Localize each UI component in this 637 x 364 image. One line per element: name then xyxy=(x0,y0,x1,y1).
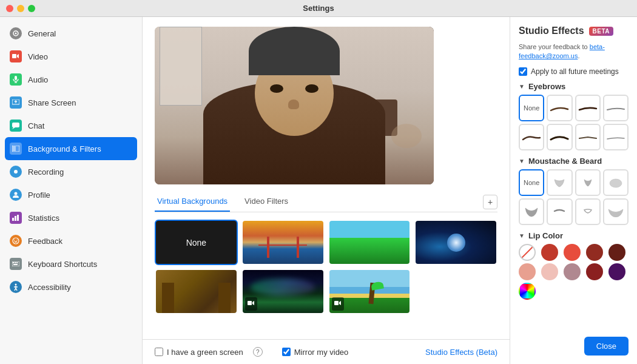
svg-marker-10 xyxy=(12,127,15,129)
svg-rect-16 xyxy=(15,216,16,221)
eyebrow-option-7[interactable] xyxy=(603,124,629,150)
studio-effects-link[interactable]: Studio Effects (Beta) xyxy=(425,348,497,357)
sidebar-item-general[interactable]: General xyxy=(0,22,142,45)
lip-color-mauve[interactable] xyxy=(564,263,581,280)
close-button[interactable]: Close xyxy=(584,337,629,356)
svg-point-20 xyxy=(16,240,18,241)
tabs-row: Virtual Backgrounds Video Filters + xyxy=(155,192,497,212)
background-grass[interactable] xyxy=(328,220,411,265)
lip-color-purple[interactable] xyxy=(608,263,625,280)
eyebrow-option-1[interactable] xyxy=(547,95,572,121)
sidebar-label-accessibility: Accessibility xyxy=(28,283,71,292)
beard-option-2[interactable] xyxy=(575,169,601,196)
svg-rect-31 xyxy=(248,301,252,305)
sidebar-label-video: Video xyxy=(28,52,48,61)
eyebrow-option-2[interactable] xyxy=(575,95,601,121)
sidebar-item-feedback[interactable]: Feedback xyxy=(0,229,142,252)
beard-option-none[interactable]: None xyxy=(519,169,544,196)
content-inner: Virtual Backgrounds Video Filters + None xyxy=(143,17,510,339)
beard-option-3[interactable] xyxy=(603,169,629,196)
green-screen-checkbox[interactable] xyxy=(155,348,163,356)
background-golden-gate[interactable] xyxy=(241,220,325,265)
sidebar-item-accessibility[interactable]: Accessibility xyxy=(0,275,142,298)
mirror-checkbox[interactable] xyxy=(282,348,291,356)
background-aurora[interactable] xyxy=(241,269,325,314)
tab-virtual-backgrounds[interactable]: Virtual Backgrounds xyxy=(155,192,230,212)
green-screen-checkbox-item[interactable]: I have a green screen xyxy=(155,348,243,357)
eyebrows-chevron: ▼ xyxy=(519,83,525,90)
svg-rect-9 xyxy=(12,123,19,127)
sidebar-item-profile[interactable]: Profile xyxy=(0,183,142,206)
eyebrow-style-2 xyxy=(577,104,599,112)
green-screen-label: I have a green screen xyxy=(167,348,243,357)
none-label: None xyxy=(186,238,206,248)
sidebar-item-keyboard-shortcuts[interactable]: Keyboard Shortcuts xyxy=(0,252,142,275)
beard-option-4[interactable] xyxy=(519,198,544,225)
beard-option-1[interactable] xyxy=(547,169,572,196)
background-none[interactable]: None xyxy=(155,220,238,265)
beard-option-6[interactable] xyxy=(575,198,601,225)
lip-color-red[interactable] xyxy=(564,244,581,261)
beard-style-6 xyxy=(577,206,599,217)
eyebrow-option-5[interactable] xyxy=(547,124,572,150)
eyebrow-option-4[interactable] xyxy=(519,124,544,150)
video-feed xyxy=(155,27,434,184)
sidebar-item-share-screen[interactable]: Share Screen xyxy=(0,91,142,114)
lip-color-none[interactable] xyxy=(519,244,536,261)
apply-checkbox[interactable] xyxy=(519,67,527,76)
background-beach[interactable] xyxy=(328,269,411,314)
tab-video-filters[interactable]: Video Filters xyxy=(242,192,291,212)
window-controls xyxy=(6,5,35,12)
beard-title: Moustache & Beard xyxy=(528,157,602,166)
beard-header[interactable]: ▼ Moustache & Beard xyxy=(519,157,629,166)
lip-color-deep-red[interactable] xyxy=(586,263,603,280)
sidebar-item-recording[interactable]: Recording xyxy=(0,160,142,183)
beard-style-2 xyxy=(577,177,599,188)
background-space[interactable] xyxy=(414,220,497,265)
beard-option-7[interactable] xyxy=(603,198,629,225)
lip-color-salmon[interactable] xyxy=(519,263,536,280)
lip-color-header[interactable]: ▼ Lip Color xyxy=(519,231,629,240)
beard-section: ▼ Moustache & Beard None xyxy=(519,157,629,225)
beard-option-5[interactable] xyxy=(547,198,572,225)
minimize-dot[interactable] xyxy=(17,5,24,12)
eyebrow-option-3[interactable] xyxy=(603,95,629,121)
eyebrows-header[interactable]: ▼ Eyebrows xyxy=(519,82,629,91)
svg-rect-33 xyxy=(334,301,339,305)
svg-rect-12 xyxy=(13,146,16,151)
studio-effects-panel: Studio Effects BETA Share your feedback … xyxy=(510,17,637,364)
help-icon[interactable]: ? xyxy=(253,347,263,357)
eyebrows-options: None xyxy=(519,95,629,150)
lip-color-maroon[interactable] xyxy=(608,244,625,261)
statistics-icon xyxy=(10,212,22,224)
background-interior[interactable] xyxy=(155,269,238,314)
lip-color-crimson[interactable] xyxy=(586,244,603,261)
beard-style-7 xyxy=(605,206,627,217)
svg-rect-23 xyxy=(15,262,16,263)
sidebar-label-chat: Chat xyxy=(28,121,44,130)
backgrounds-grid: None xyxy=(155,220,497,314)
sidebar-item-video[interactable]: Video xyxy=(0,45,142,68)
svg-point-13 xyxy=(14,170,18,174)
sidebar-item-chat[interactable]: Chat xyxy=(0,114,142,137)
lip-colors-grid xyxy=(519,244,629,300)
video-indicator-beach xyxy=(332,297,344,311)
accessibility-icon xyxy=(10,281,22,293)
svg-point-18 xyxy=(13,238,19,244)
mirror-checkbox-item[interactable]: Mirror my video xyxy=(282,348,349,357)
studio-header: Studio Effects BETA xyxy=(519,25,629,36)
sidebar-item-audio[interactable]: Audio xyxy=(0,68,142,91)
lip-color-rainbow[interactable] xyxy=(519,283,536,300)
lip-color-dark-red[interactable] xyxy=(541,244,558,261)
eyebrow-option-6[interactable] xyxy=(575,124,601,150)
add-background-button[interactable]: + xyxy=(483,195,497,209)
close-dot[interactable] xyxy=(6,5,13,12)
eyebrow-option-none[interactable]: None xyxy=(519,95,544,121)
sidebar-item-statistics[interactable]: Statistics xyxy=(0,206,142,229)
svg-rect-25 xyxy=(13,264,18,265)
sidebar-item-background-filters[interactable]: Background & Filters xyxy=(5,137,137,160)
main-content: Virtual Backgrounds Video Filters + None xyxy=(143,17,510,364)
maximize-dot[interactable] xyxy=(28,5,35,12)
svg-rect-4 xyxy=(15,76,17,80)
lip-color-light-pink[interactable] xyxy=(541,263,558,280)
